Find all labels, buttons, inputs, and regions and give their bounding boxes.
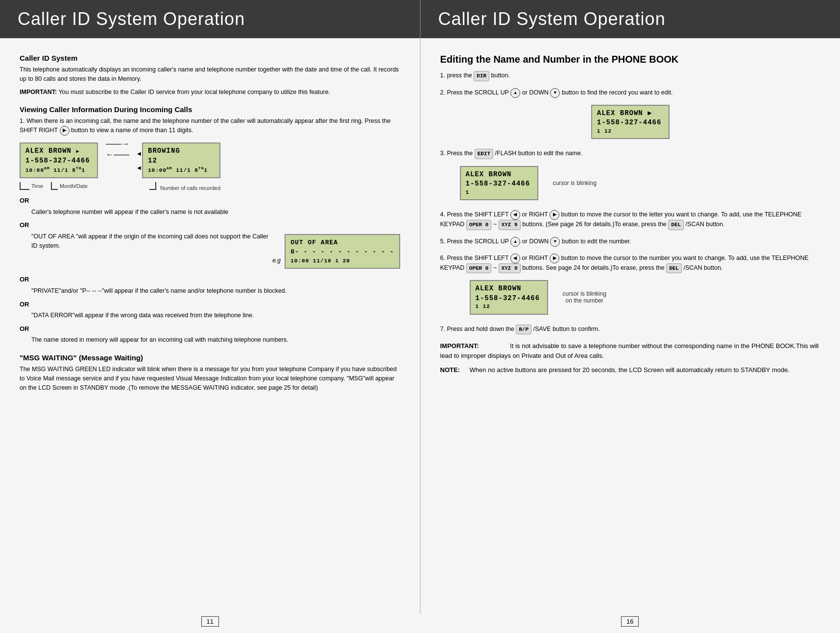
- step4-rest3: buttons. (See page 26 for details.)To er…: [522, 221, 667, 228]
- step4-item: 4. Press the SHIFT LEFT or RIGHT button …: [440, 210, 821, 230]
- arrow-top: ◀: [137, 151, 141, 156]
- page-num-left-text: 11: [201, 616, 219, 627]
- or4-text: "DATA ERROR"will appear if the wrong dat…: [31, 311, 400, 320]
- step6-item: 6. Press the SHIFT LEFT or RIGHT button …: [440, 254, 821, 318]
- header-bar: Caller ID System Operation Caller ID Sys…: [0, 0, 840, 38]
- step6-rest4: button.: [704, 264, 722, 271]
- step1-label: 1. press the: [440, 72, 472, 79]
- lcd1-line2: 1-558-327-4466: [25, 156, 92, 166]
- header-right: Caller ID System Operation: [421, 0, 840, 38]
- lcd1-line1: ALEX BROWN ▶: [25, 146, 92, 156]
- del-btn-6: DEL: [666, 263, 682, 274]
- lcd2-side-arrows: ◀ ◀: [137, 151, 141, 170]
- step5-rest: or DOWN: [522, 238, 549, 245]
- important-label: IMPORTANT:: [440, 342, 479, 350]
- out-line1: OUT OF AREA: [290, 238, 394, 248]
- step3-label: 3. Press the: [440, 150, 473, 157]
- section-editing: Editing the Name and Number in the PHONE…: [440, 54, 821, 375]
- page-num-right-text: 16: [621, 616, 639, 627]
- lcd-step3: ALEX BROWN 1-558-327-4466 1: [460, 166, 538, 201]
- lcd-step3-wrapper: ALEX BROWN 1-558-327-4466 1 cursor is bl…: [460, 163, 821, 204]
- step7-text: 7. Press and hold down the R/P /SAVE but…: [440, 325, 821, 335]
- scroll-up-icon: [510, 88, 520, 98]
- step3-cursor-note: cursor is blinking: [553, 180, 597, 187]
- lcd-group-1: ALEX BROWN ▶ 1-558-327-4466 10:00AM 11/1…: [20, 140, 400, 192]
- arrow-left-1: ←——: [106, 150, 129, 159]
- or5-label: OR: [20, 324, 400, 334]
- or3-text: "PRIVATE"and/or "P-- -- --"will appear i…: [31, 286, 400, 296]
- or1-text: Caller's telephone number will appear if…: [31, 208, 400, 217]
- step3-text: 3. Press the EDIT /FLASH button to edit …: [440, 149, 821, 159]
- step6-cursor-note2: on the number: [565, 297, 603, 304]
- lcd-s3-line3: 1: [466, 189, 532, 196]
- shift-right-icon-4: [550, 210, 559, 220]
- del-btn-4: DEL: [668, 220, 684, 230]
- scroll-down-icon-5: [550, 237, 560, 247]
- date-bracket: [51, 182, 58, 190]
- header-title-right: Caller ID System Operation: [438, 9, 666, 29]
- time-bracket: [20, 182, 29, 190]
- lcd1-line3: 10:00AM 11/1 8TH1: [25, 165, 92, 174]
- lcd-s6-line3: 1 12: [476, 303, 542, 310]
- section3-heading: "MSG WAITING" (Message Waiting): [20, 353, 400, 362]
- step1-text: 1. press the DIR button.: [440, 71, 821, 81]
- left-panel: Caller ID System This telephone automati…: [0, 38, 420, 614]
- step7-rest: button to confirm.: [552, 326, 600, 332]
- lcd-display-1: ALEX BROWN ▶ 1-558-327-4466 10:00AM 11/1…: [20, 142, 98, 178]
- or2-row: "OUT OF AREA "will appear if the origin …: [20, 232, 400, 271]
- arrow-right-1: ——→: [106, 140, 129, 148]
- lcd-display-1-wrapper: ALEX BROWN ▶ 1-558-327-4466 10:00AM 11/1…: [20, 140, 98, 190]
- step4-text: 4. Press the SHIFT LEFT or RIGHT button …: [440, 210, 821, 230]
- lcd2-line2: 12: [148, 156, 215, 166]
- out-line2: 0- - - - - - - - - - - -: [290, 247, 394, 257]
- or2-label: OR: [20, 220, 400, 230]
- or4-label: OR: [20, 300, 400, 309]
- section1-para2: IMPORTANT: You must subscribe to the Cal…: [20, 88, 400, 97]
- calls-label-wrapper: Number of calls recorded: [137, 182, 220, 192]
- page-num-right: 16: [420, 614, 840, 633]
- eg-label: e.g: [272, 257, 281, 264]
- step6-cursor-note1: cursor is blinking: [563, 290, 606, 297]
- or1-label: OR: [20, 196, 400, 206]
- oper0-btn-6: OPER 0: [466, 263, 492, 274]
- header-title-left: Caller ID System Operation: [18, 9, 245, 29]
- arrows-between: ——→ ←——: [106, 140, 129, 159]
- lcd-step2-wrapper: ALEX BROWN ▶ 1-558-327-4466 1 12: [440, 102, 821, 142]
- shift-left-icon-4: [510, 210, 520, 220]
- oper0-btn: OPER 0: [466, 220, 492, 230]
- lcd-s6-line1: ALEX BROWN: [476, 284, 542, 294]
- note-label: NOTE:: [440, 366, 460, 374]
- step2-rest2: button to find the record you want to ed…: [562, 89, 673, 96]
- step7-label: 7. Press and hold down the: [440, 326, 515, 332]
- step4-tilde: ~: [493, 221, 497, 228]
- step5-text: 5. Press the SCROLL UP or DOWN button to…: [440, 237, 821, 247]
- edit-button: EDIT: [475, 149, 493, 159]
- step2-rest: or DOWN: [522, 89, 549, 96]
- step1-rest: button.: [491, 72, 510, 79]
- important-text: It is not advisable to save a telephone …: [440, 342, 819, 359]
- lcd-display-2-wrapper: ◀ ◀ BROWING 12 10:00AM 11/1 8TH1 Number …: [137, 140, 220, 192]
- step6-label: 6. Press the SHIFT LEFT: [440, 255, 509, 261]
- time-label: Time: [31, 183, 43, 189]
- section2-heading: Viewing Caller Information During Incomi…: [20, 105, 400, 114]
- step3-item: 3. Press the EDIT /FLASH button to edit …: [440, 149, 821, 203]
- step6-text: 6. Press the SHIFT LEFT or RIGHT button …: [440, 254, 821, 274]
- lcd-s2-line1: ALEX BROWN ▶: [597, 109, 664, 118]
- shift-left-icon-6: [510, 254, 520, 263]
- right-panel: Editing the Name and Number in the PHONE…: [421, 38, 840, 614]
- section1-para1: This telephone automatically displays an…: [20, 65, 400, 84]
- time-labels: Time Month/Date: [20, 182, 98, 190]
- lcd-step6: ALEX BROWN 1-558-327-4466 1 12: [470, 280, 548, 315]
- xyz9-btn: XYZ 9: [499, 220, 521, 230]
- step6-rest: or RIGHT: [522, 255, 548, 261]
- calls-bracket: [149, 182, 156, 190]
- section-caller-id: Caller ID System This telephone automati…: [20, 54, 400, 96]
- lcd-s6-line2: 1-558-327-4466: [476, 294, 542, 304]
- step1-item: 1. press the DIR button.: [440, 71, 821, 81]
- lcd2-line3: 10:00AM 11/1 8TH1: [148, 165, 215, 174]
- or3-label: OR: [20, 275, 400, 284]
- lcd-s2-line3: 1 12: [597, 128, 664, 135]
- dir-button: DIR: [474, 71, 489, 81]
- month-date-label: Month/Date: [60, 183, 88, 189]
- step3-rest: /FLASH button to edit the name.: [495, 150, 583, 157]
